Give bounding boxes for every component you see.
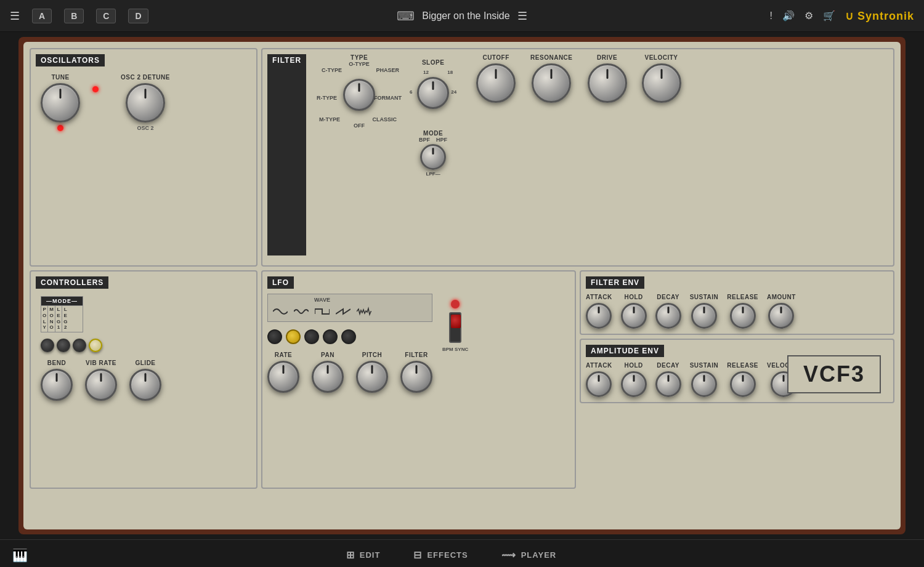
- mode-poly-label: P: [43, 307, 46, 313]
- aenv-hold-knob[interactable]: [621, 371, 647, 397]
- filter-type-knob[interactable]: [343, 79, 375, 111]
- lfo-filter-group: FILTER: [400, 352, 432, 393]
- wave-btn-3[interactable]: [304, 329, 319, 344]
- fenv-amount-knob[interactable]: [768, 303, 794, 329]
- hamburger-menu-icon[interactable]: ☰: [10, 9, 20, 23]
- bend-knob[interactable]: [41, 369, 73, 401]
- keyboard-icon[interactable]: ⌨: [397, 9, 415, 23]
- bpm-sync-toggle[interactable]: [449, 312, 461, 343]
- mode-knob[interactable]: [420, 144, 446, 170]
- drive-knob[interactable]: [588, 63, 627, 103]
- gear-icon[interactable]: ⚙: [804, 10, 813, 22]
- lfo-pan-group: PAN: [312, 352, 344, 393]
- osc2-detune-knob[interactable]: [126, 83, 165, 123]
- tune-knob[interactable]: [41, 83, 80, 123]
- aenv-release-label: RELEASE: [727, 362, 758, 369]
- aenv-attack-knob[interactable]: [586, 371, 612, 397]
- slope-label: SLOPE: [422, 59, 444, 66]
- slope-area: SLOPE 12 18 6 24: [408, 59, 458, 120]
- aenv-sustain-knob[interactable]: [691, 371, 717, 397]
- mode-btn-1[interactable]: [41, 339, 54, 352]
- cutoff-knob[interactable]: [476, 63, 516, 103]
- cart-icon[interactable]: 🛒: [823, 10, 835, 22]
- menu-center-icon[interactable]: ☰: [517, 9, 527, 23]
- drive-group: DRIVE: [588, 54, 627, 103]
- right-env-area: FILTER ENV ATTACK HOLD: [580, 270, 894, 489]
- fenv-release-knob[interactable]: [730, 303, 756, 329]
- top-bar: ☰ A B C D ⌨ Bigger on the Inside ☰ ! 🔊 ⚙…: [0, 0, 924, 32]
- fenv-hold-knob[interactable]: [621, 303, 647, 329]
- glide-knob[interactable]: [129, 369, 161, 401]
- effects-label: EFFECTS: [427, 550, 468, 560]
- effects-tab[interactable]: ⊟ EFFECTS: [406, 545, 475, 565]
- cutoff-group: CUTOFF: [476, 54, 516, 103]
- fenv-release-label: RELEASE: [727, 294, 758, 300]
- wave-sine-icon: [273, 307, 288, 316]
- filter-inner: TYPE O-TYPE PHASER FORMANT CLASSIC OFF M…: [316, 54, 681, 260]
- player-tab[interactable]: ⟿ PLAYER: [494, 545, 564, 565]
- hpf-label: HPF: [436, 137, 447, 143]
- filter-off-label: OFF: [354, 123, 365, 129]
- controllers-header: CONTROLLERS: [36, 276, 108, 289]
- preset-b-button[interactable]: B: [64, 9, 84, 23]
- top-bar-left: ☰ A B C D: [10, 9, 311, 23]
- wave-square-icon: [315, 307, 330, 316]
- lfo-pan-knob[interactable]: [312, 361, 344, 393]
- drive-label: DRIVE: [597, 54, 617, 61]
- lfo-filter-knob[interactable]: [400, 361, 432, 393]
- player-icon: ⟿: [501, 549, 516, 561]
- mid-row: CONTROLLERS —MODE— P O L Y M: [30, 270, 894, 489]
- fenv-attack-label: ATTACK: [586, 294, 612, 300]
- wave-btn-1[interactable]: [267, 329, 282, 344]
- wave-btn-4[interactable]: [323, 329, 338, 344]
- vib-rate-knob[interactable]: [85, 369, 117, 401]
- preset-d-button[interactable]: D: [128, 9, 148, 23]
- filter-type-area: TYPE O-TYPE PHASER FORMANT CLASSIC OFF M…: [316, 54, 402, 129]
- wave-btn-5[interactable]: [341, 329, 356, 344]
- piano-icon[interactable]: 🎹: [12, 548, 28, 563]
- speaker-icon[interactable]: 🔊: [782, 10, 795, 22]
- lfo-left: WAVE: [267, 294, 432, 393]
- lfo-filter-label: FILTER: [405, 352, 428, 358]
- velocity-knob[interactable]: [642, 63, 681, 103]
- lfo-rate-label: RATE: [275, 352, 292, 358]
- toggle-handle: [451, 315, 461, 328]
- preset-a-button[interactable]: A: [32, 9, 52, 23]
- glide-label: GLIDE: [135, 360, 155, 366]
- top-bar-right: ! 🔊 ⚙ 🛒 ∪ Syntronik: [613, 9, 914, 23]
- osc2-detune-group: OSC 2 DETUNE OSC 2: [121, 74, 170, 131]
- velocity-group: VELOCITY: [642, 54, 681, 103]
- osc1-led: [57, 125, 63, 131]
- aenv-decay-knob[interactable]: [655, 371, 681, 397]
- mode-btn-4[interactable]: [89, 339, 102, 352]
- lfo-knobs: RATE PAN PITCH: [267, 352, 432, 393]
- wave-btn-2[interactable]: [286, 329, 301, 344]
- lfo-pitch-knob[interactable]: [356, 361, 388, 393]
- fenv-attack-knob[interactable]: [586, 303, 612, 329]
- vcf-label-box: VCF3: [787, 355, 881, 393]
- synth-body: OSCILLATORS TUNE OSC 2 DETUNE: [23, 42, 901, 529]
- aenv-release-knob[interactable]: [730, 371, 756, 397]
- aenv-hold-group: HOLD: [621, 362, 647, 397]
- edit-tab[interactable]: ⊞ EDIT: [339, 545, 388, 565]
- filter-otype-label: O-TYPE: [349, 61, 370, 67]
- player-label: PLAYER: [521, 550, 557, 560]
- preset-c-button[interactable]: C: [96, 9, 116, 23]
- osc2-led: [92, 86, 99, 92]
- slope-knob[interactable]: [417, 77, 449, 109]
- exclamation-icon[interactable]: !: [770, 10, 772, 22]
- lpf-label: LPF—: [426, 171, 440, 177]
- resonance-knob[interactable]: [532, 63, 571, 103]
- lfo-rate-knob[interactable]: [267, 361, 299, 393]
- mode-btn-2[interactable]: [57, 339, 70, 352]
- wave-sawtooth-icon: [336, 307, 351, 316]
- fenv-sustain-label: SUSTAIN: [690, 294, 719, 300]
- fenv-release-group: RELEASE: [727, 294, 758, 329]
- mode-btn-3[interactable]: [73, 339, 86, 352]
- fenv-decay-group: DECAY: [655, 294, 681, 329]
- wave-sine2-icon: [294, 307, 309, 316]
- fenv-sustain-knob[interactable]: [691, 303, 717, 329]
- brand-logo: ∪ Syntronik: [845, 9, 914, 23]
- bottom-bar: 🎹 ⊞ EDIT ⊟ EFFECTS ⟿ PLAYER: [0, 539, 924, 567]
- fenv-decay-knob[interactable]: [655, 303, 681, 329]
